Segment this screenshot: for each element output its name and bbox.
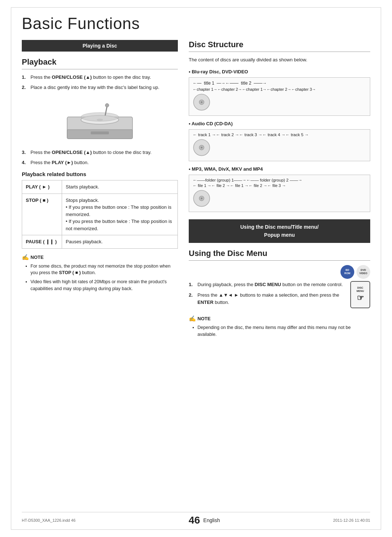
disc-menu-steps-list: 1. During playback, press the DISC MENU … bbox=[189, 281, 343, 306]
disc-menu-note-title: ✍ NOTE bbox=[189, 315, 370, 322]
note-list: For some discs, the product may not memo… bbox=[22, 263, 178, 292]
table-row-pause: PAUSE ( ❙❙ ) Pauses playback. bbox=[22, 235, 178, 249]
audio-cd-diagram: ← track 1 →← track 2 →← track 3 →← track… bbox=[189, 129, 370, 161]
mp3-disc-icon bbox=[193, 190, 211, 208]
page-footer: HT-D5300_XAA_1226.indd 46 46 English 201… bbox=[22, 512, 370, 526]
bluray-chapter-row: ←chapter 1→←chapter 2→←chapter 1→←chapte… bbox=[193, 87, 366, 91]
step-3: 3. Press the OPEN/CLOSE (▲) button to cl… bbox=[22, 149, 178, 156]
mp3-file-row: ← file 1 →← file 2 →← file 1 →← file 2 →… bbox=[193, 183, 366, 188]
mp3-folder-row: ←——folder (group) 1——→←—— folder (group)… bbox=[193, 178, 366, 182]
step-2: 2. Place a disc gently into the tray wit… bbox=[22, 84, 178, 91]
footer-right: 2011-12-26 11:40:01 bbox=[333, 518, 370, 522]
audio-cd-heading: Audio CD (CD-DA) bbox=[189, 121, 370, 126]
pause-description: Pauses playback. bbox=[62, 235, 178, 249]
svg-point-16 bbox=[201, 198, 202, 199]
disc-menu-remote-illustration: DISCMENU ☞ bbox=[350, 281, 370, 308]
track-row: ← track 1 →← track 2 →← track 3 →← track… bbox=[193, 133, 366, 137]
two-column-layout: Playing a Disc Playback 1. Press the OPE… bbox=[22, 40, 370, 340]
bluray-dvd-heading: Blu-ray Disc, DVD-VIDEO bbox=[189, 69, 370, 74]
page-number-block: 46 English bbox=[189, 514, 220, 526]
bluray-disc-icon bbox=[193, 93, 211, 111]
note-icon: ✍ bbox=[22, 254, 29, 261]
pause-button-label: PAUSE ( ❙❙ ) bbox=[22, 235, 62, 249]
page: Basic Functions Playing a Disc Playback … bbox=[0, 0, 392, 537]
left-column: Playing a Disc Playback 1. Press the OPE… bbox=[22, 40, 178, 340]
svg-rect-7 bbox=[91, 131, 109, 134]
step-4: 4. Press the PLAY (►) button. bbox=[22, 159, 178, 166]
svg-point-6 bbox=[105, 103, 109, 107]
step-1: 1. Press the OPEN/CLOSE (▲) button to op… bbox=[22, 74, 178, 81]
disc-menu-steps-text: 1. During playback, press the DISC MENU … bbox=[189, 281, 343, 310]
note-box: ✍ NOTE For some discs, the product may n… bbox=[22, 254, 178, 292]
disc-menu-step-1: 1. During playback, press the DISC MENU … bbox=[189, 281, 343, 288]
hand-icon: ☞ bbox=[357, 293, 364, 303]
dvd-video-icon: DVDVIDEO bbox=[356, 265, 370, 279]
disc-menu-step-2: 2. Press the ▲▼◄ ► buttons to make a sel… bbox=[189, 292, 343, 306]
playback-steps-continued: 3. Press the OPEN/CLOSE (▲) button to cl… bbox=[22, 149, 178, 166]
mp3-diagram: ←——folder (group) 1——→←—— folder (group)… bbox=[189, 175, 370, 212]
right-column: Disc Structure The content of discs are … bbox=[189, 40, 370, 340]
disc-menu-note-box: ✍ NOTE Depending on the disc, the menu i… bbox=[189, 315, 370, 338]
svg-point-10 bbox=[201, 101, 202, 103]
stop-button-label: STOP ( ■ ) bbox=[22, 194, 62, 235]
disc-menu-steps-area: 1. During playback, press the DISC MENU … bbox=[189, 281, 370, 310]
disc-structure-desc: The content of discs are usually divided… bbox=[189, 56, 370, 64]
disc-tray-illustration bbox=[60, 95, 140, 142]
table-row-stop: STOP ( ■ ) Stops playback. • If you pres… bbox=[22, 194, 178, 235]
page-number: 46 bbox=[189, 514, 200, 526]
play-button-label: PLAY ( ► ) bbox=[22, 180, 62, 194]
playing-a-disc-banner: Playing a Disc bbox=[22, 40, 178, 52]
disc-menu-note-icon: ✍ bbox=[189, 315, 196, 322]
using-disc-menu-title: Using the Disc Menu bbox=[189, 249, 370, 261]
playback-steps: 1. Press the OPEN/CLOSE (▲) button to op… bbox=[22, 74, 178, 91]
play-description: Starts playback. bbox=[62, 180, 178, 194]
svg-point-13 bbox=[201, 147, 202, 148]
playback-table: PLAY ( ► ) Starts playback. STOP ( ■ ) S… bbox=[22, 180, 178, 249]
disc-menu-note-list: Depending on the disc, the menu items ma… bbox=[189, 324, 370, 338]
bluray-dvd-diagram: ←— title 1 —→←—— title 2 ——→ ←chapter 1→… bbox=[189, 77, 370, 116]
footer-left: HT-D5300_XAA_1226.indd 46 bbox=[22, 518, 75, 522]
note-item-2: Video files with high bit rates of 20Mbp… bbox=[25, 278, 178, 292]
disc-menu-banner: Using the Disc menu/Title menu/ Popup me… bbox=[189, 219, 370, 243]
bd-rom-icon: BDROM bbox=[340, 265, 354, 279]
playback-buttons-heading: Playback related buttons bbox=[22, 171, 178, 177]
page-language: English bbox=[203, 517, 220, 523]
table-row-play: PLAY ( ► ) Starts playback. bbox=[22, 180, 178, 194]
note-title: ✍ NOTE bbox=[22, 254, 178, 261]
svg-point-4 bbox=[81, 113, 119, 121]
format-icons: BDROM DVDVIDEO bbox=[189, 265, 370, 279]
bluray-title-row: ←— title 1 —→←—— title 2 ——→ bbox=[193, 81, 366, 86]
playback-title: Playback bbox=[22, 57, 178, 69]
page-title: Basic Functions bbox=[22, 15, 370, 33]
stop-description: Stops playback. • If you press the butto… bbox=[62, 194, 178, 235]
disc-structure-title: Disc Structure bbox=[189, 40, 370, 52]
cd-disc-icon bbox=[193, 139, 211, 157]
mp3-heading: MP3, WMA, DivX, MKV and MP4 bbox=[189, 166, 370, 172]
disc-menu-note-item-1: Depending on the disc, the menu items ma… bbox=[192, 324, 370, 338]
note-item-1: For some discs, the product may not memo… bbox=[25, 263, 178, 277]
